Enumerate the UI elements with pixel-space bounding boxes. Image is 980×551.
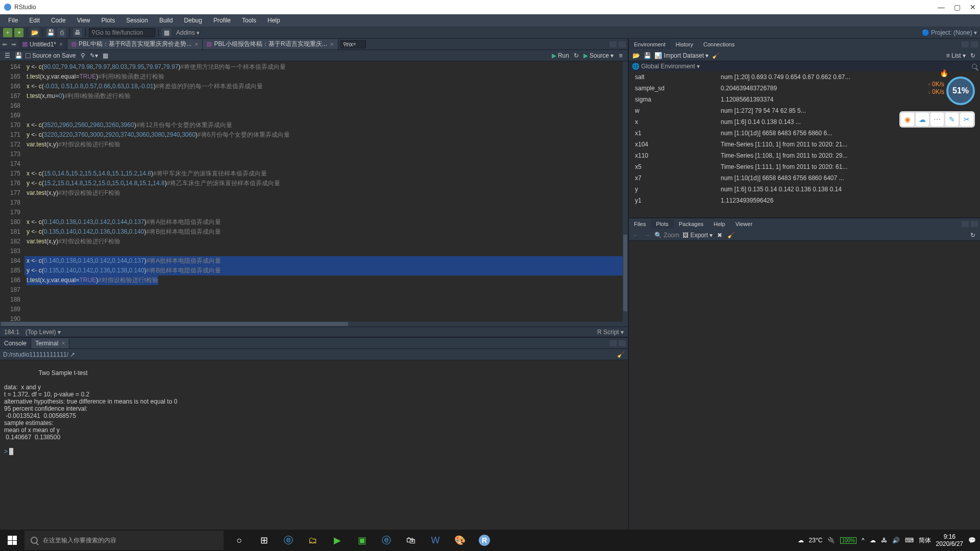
clock[interactable]: 9:162020/6/27 <box>936 533 963 547</box>
onedrive-icon[interactable]: ☁ <box>870 537 876 544</box>
pane-max-button[interactable] <box>619 340 626 346</box>
menu-help[interactable]: Help <box>262 16 285 25</box>
prev-plot-button[interactable]: ← <box>632 231 640 239</box>
save-button[interactable]: 💾 <box>46 28 55 37</box>
menu-tools[interactable]: Tools <box>237 16 261 25</box>
tool-icon-1[interactable]: ◉ <box>901 113 914 126</box>
open-file-button[interactable]: 📂 <box>30 28 39 37</box>
tab-search-input[interactable]: ⚲ nx × <box>340 40 366 48</box>
env-search[interactable] <box>972 64 977 69</box>
source-tab-2[interactable]: PBL小组报告终稿：基于R语言实现重庆...× <box>203 39 338 49</box>
tab-connections[interactable]: Connections <box>698 40 740 49</box>
menu-edit[interactable]: Edit <box>24 16 45 25</box>
env-var-x104[interactable]: x104Time-Series [1:110, 1] from 2011 to … <box>629 139 980 150</box>
menu-plots[interactable]: Plots <box>96 16 120 25</box>
volume-icon[interactable]: 🔊 <box>892 537 900 544</box>
nav-back-button[interactable]: ⬅ <box>0 41 9 48</box>
environment-list[interactable]: saltnum [1:20] 0.693 0.749 0.654 0.67 0.… <box>629 71 980 217</box>
network-icon[interactable]: 🖧 <box>881 537 887 544</box>
tab-environment[interactable]: Environment <box>629 40 671 49</box>
refresh-plots-button[interactable]: ↻ <box>969 231 977 239</box>
show-outline-button[interactable]: ☰ <box>3 52 11 60</box>
source-on-save-checkbox[interactable]: Source on Save <box>26 52 76 59</box>
minimize-button[interactable]: — <box>938 3 945 11</box>
tab-viewer[interactable]: Viewer <box>730 219 757 229</box>
working-directory[interactable]: D:/rstudio11111111111/ ↗ <box>3 351 75 358</box>
tab-plots[interactable]: Plots <box>651 219 673 229</box>
refresh-env-button[interactable]: ↻ <box>969 52 977 60</box>
tool-icon-4[interactable]: ✎ <box>945 113 959 126</box>
maximize-button[interactable]: ▢ <box>954 3 961 11</box>
source-tab-1[interactable]: PBL中稿：基于R语言实现重庆房价走势...× <box>67 39 203 49</box>
editor-vscroll[interactable] <box>623 61 628 321</box>
close-button[interactable]: ✕ <box>970 3 976 11</box>
project-menu[interactable]: 🔵 Project: (None) ▾ <box>922 29 977 36</box>
clear-console-button[interactable]: 🧹 <box>617 350 625 359</box>
tab-packages[interactable]: Packages <box>674 219 708 229</box>
tab-console[interactable]: Console <box>0 338 31 348</box>
tab-history[interactable]: History <box>671 40 698 49</box>
tool-icon-3[interactable]: ⋯ <box>930 113 944 126</box>
task-view-icon[interactable]: ⊞ <box>252 530 276 551</box>
clear-env-button[interactable]: 🧹 <box>712 52 720 60</box>
code-editor[interactable]: 1641651661671681691701711721731741751761… <box>0 61 628 321</box>
new-project-button[interactable]: ▾ <box>14 28 23 37</box>
new-file-button[interactable]: + <box>3 28 12 37</box>
goto-file-input[interactable]: ⚲ Go to file/function <box>89 28 155 37</box>
menu-session[interactable]: Session <box>121 16 153 25</box>
print-button[interactable]: 🖶 <box>73 28 82 37</box>
tab-terminal[interactable]: Terminal× <box>31 338 69 348</box>
env-var-x110[interactable]: x110Time-Series [1:108, 1] from 2011 to … <box>629 150 980 161</box>
wand-button[interactable]: ✎▾ <box>90 52 98 60</box>
language-indicator[interactable]: R Script ▾ <box>597 329 624 336</box>
env-var-x7[interactable]: x7num [1:10(1d)] 6658 6483 6756 6860 640… <box>629 172 980 184</box>
menu-file[interactable]: File <box>3 16 23 25</box>
power-icon[interactable]: 🔌 <box>827 537 835 544</box>
env-var-y1[interactable]: y11.11234939596426 <box>629 195 980 206</box>
env-var-y[interactable]: ynum [1:6] 0.135 0.14 0.142 0.136 0.138 … <box>629 184 980 195</box>
save-all-button[interactable]: ⎙ <box>57 28 66 37</box>
env-var-x5[interactable]: x5Time-Series [1:111, 1] from 2011 to 20… <box>629 161 980 172</box>
tray-chevron-icon[interactable]: ^ <box>862 537 865 544</box>
find-button[interactable]: ⚲ <box>79 52 87 60</box>
explorer-icon[interactable]: 🗂 <box>301 530 325 551</box>
next-plot-button[interactable]: → <box>643 231 651 239</box>
pane-min-button[interactable] <box>962 41 969 47</box>
battery-status[interactable]: 100% <box>840 537 856 544</box>
outline-toggle-button[interactable]: ≡ <box>617 52 625 60</box>
tool-icon-2[interactable]: ☁ <box>916 113 929 126</box>
menu-view[interactable]: View <box>72 16 95 25</box>
menu-build[interactable]: Build <box>154 16 178 25</box>
env-var-sigma[interactable]: sigma1.12085661393374 <box>629 94 980 105</box>
save-button[interactable]: 💾 <box>14 52 22 60</box>
save-workspace-button[interactable]: 💾 <box>643 52 651 60</box>
source-button[interactable]: ▶Source ▾ <box>583 52 614 59</box>
scope-indicator[interactable]: (Top Level) ▾ <box>26 329 61 336</box>
addins-menu[interactable]: Addins ▾ <box>173 29 203 36</box>
menu-profile[interactable]: Profile <box>208 16 236 25</box>
console-output[interactable]: Two Sample t-test data: x and y t = 1.37… <box>0 360 628 530</box>
tool-icon-5[interactable]: ✂ <box>960 113 973 126</box>
env-var-sample_sd[interactable]: sample_sd0.204639483726789 <box>629 83 980 94</box>
weather-icon[interactable]: ☁ <box>798 537 804 544</box>
zoom-button[interactable]: 🔍 Zoom <box>654 232 679 239</box>
rstudio-icon[interactable]: R <box>473 530 496 551</box>
media-icon[interactable]: ▶ <box>326 530 349 551</box>
source-tab-0[interactable]: Untitled1*× <box>18 39 67 49</box>
ime-label[interactable]: 简体 <box>919 536 931 545</box>
run-button[interactable]: ▶Run <box>552 52 569 59</box>
pane-max-button[interactable] <box>619 41 626 47</box>
export-button[interactable]: 🖼 Export ▾ <box>682 232 713 239</box>
pane-max-button[interactable] <box>971 221 978 227</box>
load-workspace-button[interactable]: 📂 <box>632 52 640 60</box>
notifications-icon[interactable]: 💬 <box>968 537 976 544</box>
compile-button[interactable]: ▦ <box>101 52 109 60</box>
nav-fwd-button[interactable]: ➡ <box>9 41 18 48</box>
pane-min-button[interactable] <box>609 340 617 346</box>
edge-icon[interactable]: ⓔ <box>277 530 300 551</box>
env-var-x1[interactable]: x1num [1:10(1d)] 6658 6483 6756 6860 6..… <box>629 128 980 139</box>
cortana-icon[interactable]: ○ <box>228 530 251 551</box>
list-mode-button[interactable]: ≡ List ▾ <box>946 52 966 59</box>
clear-plots-button[interactable]: 🧹 <box>727 231 735 239</box>
word-icon[interactable]: W <box>424 530 447 551</box>
